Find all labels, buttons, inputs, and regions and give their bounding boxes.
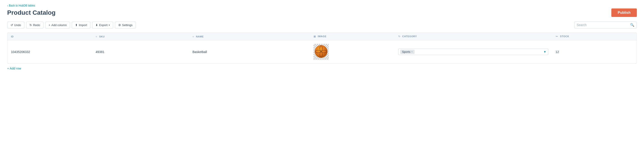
row-id-value: 10435206332 xyxy=(11,50,30,54)
th-sku-label: SKU xyxy=(99,35,105,38)
search-icon: 🔍 xyxy=(630,23,634,27)
row-stock-value: 12 xyxy=(556,50,559,54)
th-image: ▣ IMAGE xyxy=(310,33,395,40)
th-sku-icon: ≡ xyxy=(96,35,97,38)
th-name: ≡ NAME xyxy=(189,33,310,40)
export-icon: ⬇ xyxy=(96,23,98,27)
table-header: ID ≡ SKU ≡ NAME ▣ IMAGE ↻ xyxy=(8,33,636,40)
settings-button[interactable]: ⚙ Settings xyxy=(115,22,136,28)
add-column-button[interactable]: + Add column xyxy=(45,22,70,28)
settings-label: Settings xyxy=(122,23,132,27)
add-icon: + xyxy=(48,23,50,27)
data-table-wrapper: ID ≡ SKU ≡ NAME ▣ IMAGE ↻ xyxy=(7,33,637,64)
th-image-icon: ▣ xyxy=(314,35,316,38)
th-stock: ≔ STOCK xyxy=(552,33,636,40)
add-column-label: Add column xyxy=(52,23,67,27)
cell-name: Basketball xyxy=(189,40,310,64)
export-label: Export xyxy=(99,23,108,27)
add-row-label: + Add row xyxy=(7,67,21,70)
th-id-label: ID xyxy=(11,35,14,38)
back-to-hubdb-link[interactable]: ‹ Back to HubDB tables xyxy=(7,4,35,7)
th-category-icon: ↻ xyxy=(398,35,400,38)
cell-image xyxy=(310,40,395,64)
settings-icon: ⚙ xyxy=(118,23,121,27)
row-name-value: Basketball xyxy=(192,50,207,54)
undo-icon: ↺ xyxy=(10,23,13,27)
data-table: ID ≡ SKU ≡ NAME ▣ IMAGE ↻ xyxy=(8,33,636,63)
toolbar: ↺ Undo ↻ Redo + Add column ⬆ Import ⬇ Ex… xyxy=(7,21,637,28)
undo-label: Undo xyxy=(14,23,21,27)
category-dropdown-icon[interactable]: ▼ xyxy=(544,50,546,54)
image-thumbnail xyxy=(314,44,329,60)
table-row: 10435206332 49381 Basketball xyxy=(8,40,636,64)
th-name-label: NAME xyxy=(196,35,204,38)
add-row-link[interactable]: + Add row xyxy=(7,67,21,70)
import-icon: ⬆ xyxy=(75,23,78,27)
import-label: Import xyxy=(79,23,87,27)
cell-stock: 12 xyxy=(552,40,636,64)
th-stock-icon: ≔ xyxy=(556,35,558,38)
table-header-row: ID ≡ SKU ≡ NAME ▣ IMAGE ↻ xyxy=(8,33,636,40)
th-category: ↻ CATEGORY xyxy=(395,33,552,40)
th-sku: ≡ SKU xyxy=(92,33,189,40)
publish-button[interactable]: Publish xyxy=(611,8,637,17)
basketball-image xyxy=(314,44,328,59)
cell-sku: 49381 xyxy=(92,40,189,64)
table-body: 10435206332 49381 Basketball xyxy=(8,40,636,64)
cell-category: Sports × ▼ xyxy=(395,40,552,64)
row-sku-value: 49381 xyxy=(96,50,104,54)
search-icon-button[interactable]: 🔍 xyxy=(630,23,634,27)
category-tag-wrapper[interactable]: Sports × ▼ xyxy=(398,49,548,55)
cell-id: 10435206332 xyxy=(8,40,92,64)
th-image-label: IMAGE xyxy=(318,35,326,38)
category-tag-remove[interactable]: × xyxy=(411,51,412,53)
back-link-label: Back to HubDB tables xyxy=(9,4,35,7)
th-id: ID xyxy=(8,33,92,40)
page-title: Product Catalog xyxy=(7,9,56,16)
export-button[interactable]: ⬇ Export ▾ xyxy=(92,22,113,28)
redo-button[interactable]: ↻ Redo xyxy=(26,22,44,28)
th-stock-label: STOCK xyxy=(560,35,569,38)
th-category-label: CATEGORY xyxy=(402,35,417,38)
category-tag: Sports × xyxy=(400,50,414,54)
back-arrow-icon: ‹ xyxy=(7,4,8,7)
header-row: Product Catalog Publish xyxy=(7,8,637,17)
redo-icon: ↻ xyxy=(30,23,32,27)
export-dropdown-icon: ▾ xyxy=(109,24,110,26)
th-name-icon: ≡ xyxy=(192,35,194,38)
search-input[interactable] xyxy=(577,23,630,27)
undo-button[interactable]: ↺ Undo xyxy=(7,22,24,28)
import-button[interactable]: ⬆ Import xyxy=(72,22,90,28)
search-box: 🔍 xyxy=(574,21,637,28)
category-tag-label: Sports xyxy=(402,50,410,54)
redo-label: Redo xyxy=(33,23,40,27)
